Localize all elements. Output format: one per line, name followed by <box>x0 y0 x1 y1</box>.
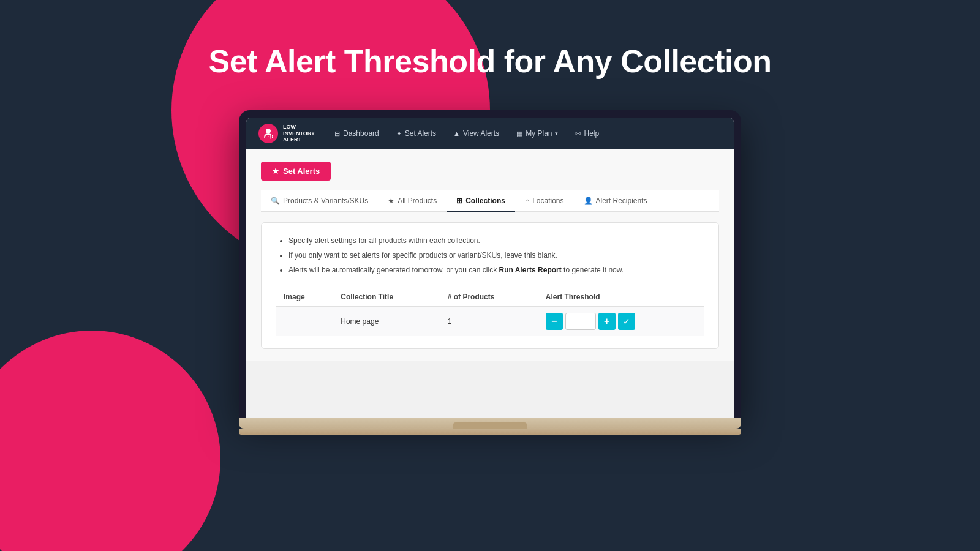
nav-dashboard[interactable]: ⊞ Dashboard <box>327 126 386 141</box>
tab-products-variants[interactable]: 🔍 Products & Variants/SKUs <box>261 190 378 212</box>
page-title: Set Alert Threshold for Any Collection <box>0 43 980 80</box>
tab-alert-recipients[interactable]: 👤 Alert Recipients <box>574 190 657 212</box>
info-item-1: Specify alert settings for all products … <box>288 235 704 246</box>
cell-num-products: 1 <box>440 307 538 337</box>
bg-decoration-arc <box>0 331 221 551</box>
logo-icon: ! <box>258 124 278 143</box>
laptop-stand <box>239 429 741 435</box>
set-alerts-button[interactable]: ★ Set Alerts <box>261 162 331 181</box>
info-item-3: Alerts will be automatically generated t… <box>288 264 704 276</box>
info-list: Specify alert settings for all products … <box>276 235 704 276</box>
collections-table: Image Collection Title # of Products Ale… <box>276 288 704 336</box>
main-content: ★ Set Alerts 🔍 Products & Variants/SKUs … <box>246 149 734 361</box>
nav-view-alerts[interactable]: ▲ View Alerts <box>446 126 507 141</box>
table-header: Image Collection Title # of Products Ale… <box>276 288 704 307</box>
search-icon: 🔍 <box>271 197 280 205</box>
table-row: Home page 1 − + ✓ <box>276 307 704 337</box>
cell-image <box>276 307 333 337</box>
content-card: Specify alert settings for all products … <box>261 222 719 349</box>
laptop-container: ! LOW INVENTORY ALERT ⊞ Dashboard ✦ Set … <box>239 110 741 435</box>
dashboard-icon: ⊞ <box>334 130 340 138</box>
nav-my-plan[interactable]: ▦ My Plan ▾ <box>509 126 565 141</box>
logo-text: LOW INVENTORY ALERT <box>283 124 315 143</box>
cell-collection-title: Home page <box>333 307 440 337</box>
grid-icon: ⊞ <box>456 197 462 205</box>
cell-alert-threshold: − + ✓ <box>538 307 704 337</box>
col-alert-threshold: Alert Threshold <box>538 288 704 307</box>
set-alerts-btn-icon: ★ <box>272 167 279 176</box>
laptop-screen-inner: ! LOW INVENTORY ALERT ⊞ Dashboard ✦ Set … <box>246 118 734 418</box>
run-alerts-report-link[interactable]: Run Alerts Report <box>499 266 561 274</box>
laptop-notch <box>453 422 527 429</box>
threshold-confirm-button[interactable]: ✓ <box>618 313 635 330</box>
my-plan-icon: ▦ <box>516 130 522 138</box>
navbar: ! LOW INVENTORY ALERT ⊞ Dashboard ✦ Set … <box>246 118 734 149</box>
help-icon: ✉ <box>575 130 581 138</box>
chevron-down-icon: ▾ <box>555 130 558 137</box>
tab-collections[interactable]: ⊞ Collections <box>447 190 515 212</box>
tab-bar: 🔍 Products & Variants/SKUs ★ All Product… <box>261 190 719 212</box>
nav-logo: ! LOW INVENTORY ALERT <box>258 124 315 143</box>
col-collection-title: Collection Title <box>333 288 440 307</box>
tab-locations[interactable]: ⌂ Locations <box>515 190 574 212</box>
threshold-decrement-button[interactable]: − <box>546 313 563 330</box>
home-icon: ⌂ <box>525 197 529 205</box>
nav-help[interactable]: ✉ Help <box>568 126 606 141</box>
threshold-increment-button[interactable]: + <box>598 313 616 330</box>
star-icon: ★ <box>388 197 394 205</box>
nav-set-alerts[interactable]: ✦ Set Alerts <box>389 126 443 141</box>
threshold-input[interactable] <box>565 313 596 330</box>
view-alerts-icon: ▲ <box>453 130 460 137</box>
info-item-2: If you only want to set alerts for speci… <box>288 250 704 261</box>
laptop-screen-outer: ! LOW INVENTORY ALERT ⊞ Dashboard ✦ Set … <box>239 110 741 418</box>
user-icon: 👤 <box>584 197 593 205</box>
table-body: Home page 1 − + ✓ <box>276 307 704 337</box>
threshold-controls: − + ✓ <box>546 313 696 330</box>
set-alerts-nav-icon: ✦ <box>396 130 402 138</box>
col-image: Image <box>276 288 333 307</box>
tab-all-products[interactable]: ★ All Products <box>378 190 447 212</box>
col-num-products: # of Products <box>440 288 538 307</box>
laptop-base <box>239 418 741 429</box>
